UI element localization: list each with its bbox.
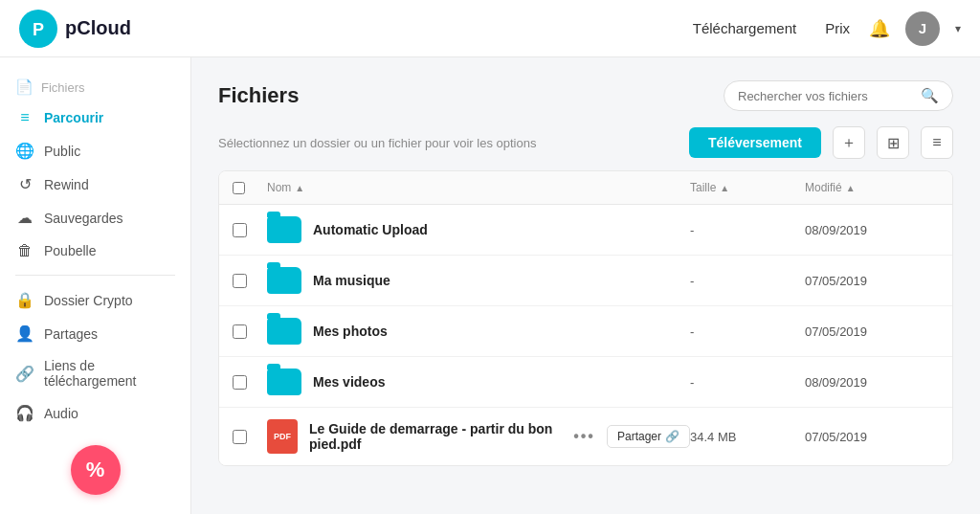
sidebar-item-audio[interactable]: 🎧 Audio	[0, 396, 190, 430]
header-size-col[interactable]: Taille ▲	[690, 181, 805, 194]
date-cell: 07/05/2019	[805, 324, 939, 339]
avatar[interactable]: J	[905, 11, 940, 46]
size-cell: 34.4 MB	[690, 430, 805, 444]
row-checkbox-cell	[233, 375, 267, 390]
size-cell: -	[690, 375, 805, 390]
svg-text:P: P	[33, 19, 44, 38]
size-sort-icon: ▲	[720, 183, 729, 193]
nav-telechargement[interactable]: Téléchargement	[693, 20, 796, 36]
sidebar: 📄 Fichiers ≡ Parcourir 🌐 Public ↺ Rewind…	[0, 57, 191, 514]
select-all-checkbox[interactable]	[233, 182, 245, 194]
sidebar-item-poubelle[interactable]: 🗑 Poubelle	[0, 235, 190, 267]
share-people-icon: 👤	[15, 324, 34, 343]
sidebar-item-rewind[interactable]: ↺ Rewind	[0, 168, 190, 201]
file-name-cell: Ma musique	[267, 267, 690, 294]
row-checkbox-cell	[233, 324, 267, 339]
header-nav: Téléchargement Prix	[211, 20, 869, 36]
lock-icon: 🔒	[15, 291, 34, 309]
sidebar-item-liens[interactable]: 🔗 Liens de téléchargement	[0, 350, 190, 396]
row-checkbox[interactable]	[233, 223, 247, 237]
page-title: Fichiers	[218, 83, 299, 108]
audio-icon: 🎧	[15, 404, 34, 422]
sidebar-fichiers-label: 📄 Fichiers	[0, 73, 190, 101]
row-checkbox[interactable]	[233, 324, 247, 339]
sidebar-item-public[interactable]: 🌐 Public	[0, 134, 190, 168]
plus-icon: ＋	[841, 133, 857, 153]
date-cell: 08/09/2019	[805, 375, 939, 390]
row-checkbox-cell	[233, 430, 267, 444]
folder-icon	[267, 216, 301, 243]
folder-icon	[267, 369, 301, 395]
grid-icon: ⊞	[887, 134, 900, 152]
header-checkbox-col	[233, 181, 267, 194]
main-header: Fichiers 🔍	[218, 80, 953, 111]
share-button[interactable]: Partager 🔗	[607, 425, 690, 448]
sort-icon: ≡	[932, 134, 941, 151]
sidebar-item-partages[interactable]: 👤 Partages	[0, 317, 190, 350]
sort-button[interactable]: ≡	[921, 126, 953, 159]
cloud-icon: ☁	[15, 209, 34, 227]
logo-text: pCloud	[65, 17, 131, 39]
date-cell: 07/05/2019	[805, 430, 939, 444]
row-checkbox-cell	[233, 274, 267, 288]
size-cell: -	[690, 274, 805, 288]
link-icon: 🔗	[15, 365, 34, 383]
search-icon: 🔍	[921, 87, 939, 104]
row-checkbox-cell	[233, 223, 267, 237]
toolbar: Sélectionnez un dossier ou un fichier po…	[218, 126, 953, 159]
promo-badge[interactable]: %	[71, 445, 121, 495]
folder-icon	[267, 267, 301, 294]
row-checkbox[interactable]	[233, 430, 247, 444]
sidebar-main-section: ≡ Parcourir 🌐 Public ↺ Rewind ☁ Sauvegar…	[0, 101, 190, 267]
bell-icon[interactable]: 🔔	[869, 18, 890, 39]
app-body: 📄 Fichiers ≡ Parcourir 🌐 Public ↺ Rewind…	[0, 57, 980, 514]
logo-area: P pCloud	[19, 10, 211, 48]
avatar-chevron-icon[interactable]: ▾	[955, 22, 961, 35]
sidebar-item-sauvegardes[interactable]: ☁ Sauvegardes	[0, 201, 190, 235]
sidebar-extra-section: 🔒 Dossier Crypto 👤 Partages 🔗 Liens de t…	[0, 283, 190, 430]
date-cell: 07/05/2019	[805, 274, 939, 288]
nav-prix[interactable]: Prix	[825, 20, 850, 36]
file-name-cell: PDF Le Guide de demarrage - partir du bo…	[267, 419, 690, 454]
upload-button[interactable]: Téléversement	[689, 127, 821, 158]
date-cell: 08/09/2019	[805, 223, 939, 237]
file-name-cell: Automatic Upload	[267, 216, 690, 243]
rewind-icon: ↺	[15, 175, 34, 193]
name-sort-icon: ▲	[295, 183, 304, 193]
main-content: Fichiers 🔍 Sélectionnez un dossier ou un…	[191, 57, 980, 514]
row-checkbox[interactable]	[233, 274, 247, 288]
toolbar-hint: Sélectionnez un dossier ou un fichier po…	[218, 136, 678, 150]
app-header: P pCloud Téléchargement Prix 🔔 J ▾	[0, 0, 980, 57]
folder-icon	[267, 318, 301, 345]
header-actions: 🔔 J ▾	[869, 11, 961, 46]
table-row[interactable]: Mes photos - 07/05/2019	[219, 306, 952, 357]
sidebar-divider	[15, 275, 175, 276]
table-header: Nom ▲ Taille ▲ Modifié ▲	[219, 171, 952, 205]
row-checkbox[interactable]	[233, 375, 247, 390]
table-row[interactable]: Automatic Upload - 08/09/2019	[219, 205, 952, 256]
search-bar: 🔍	[724, 80, 953, 111]
sidebar-item-parcourir[interactable]: ≡ Parcourir	[0, 101, 190, 134]
search-input[interactable]	[738, 89, 913, 103]
file-table: Nom ▲ Taille ▲ Modifié ▲	[218, 170, 953, 466]
pdf-icon: PDF	[267, 419, 298, 454]
table-row[interactable]: Ma musique - 07/05/2019	[219, 256, 952, 306]
size-cell: -	[690, 324, 805, 339]
sidebar-item-dossier-crypto[interactable]: 🔒 Dossier Crypto	[0, 283, 190, 317]
table-row[interactable]: PDF Le Guide de demarrage - partir du bo…	[219, 408, 952, 465]
add-folder-button[interactable]: ＋	[833, 126, 865, 159]
header-name-col[interactable]: Nom ▲	[267, 181, 690, 194]
file-options-menu[interactable]: •••	[573, 428, 595, 445]
file-icon: 📄	[15, 78, 33, 96]
file-name-cell: Mes videos	[267, 369, 690, 395]
date-sort-icon: ▲	[846, 183, 856, 193]
file-name-cell: Mes photos	[267, 318, 690, 345]
pcloud-logo-icon: P	[19, 10, 57, 48]
grid-view-button[interactable]: ⊞	[877, 126, 909, 159]
trash-icon: 🗑	[15, 242, 34, 259]
globe-icon: 🌐	[15, 142, 34, 160]
table-row[interactable]: Mes videos - 08/09/2019	[219, 357, 952, 408]
link-icon: 🔗	[665, 430, 679, 443]
list-icon: ≡	[15, 109, 34, 126]
header-date-col[interactable]: Modifié ▲	[805, 181, 939, 194]
